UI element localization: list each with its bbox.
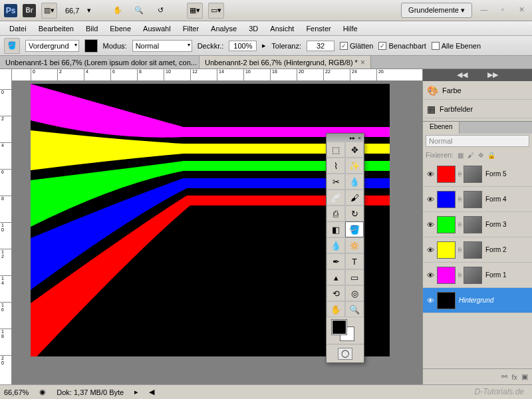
color-picker[interactable] xyxy=(327,317,364,344)
zoom-tool-button[interactable]: 🔍 xyxy=(131,3,147,19)
tolerance-input[interactable] xyxy=(307,41,334,51)
vector-mask-thumbnail[interactable] xyxy=(464,241,482,259)
screen-mode-button[interactable]: ▭▾ xyxy=(208,3,224,19)
status-sync-icon[interactable]: ◉ xyxy=(39,388,46,396)
panel-dock-header[interactable]: ◀◀ ▶▶ xyxy=(423,69,532,81)
layer-thumbnail[interactable] xyxy=(437,241,456,259)
layer-name[interactable]: Hintergrund xyxy=(456,297,493,304)
opacity-input[interactable] xyxy=(229,41,257,51)
zoom-tool[interactable]: 🔍 xyxy=(345,301,364,317)
blur-tool[interactable]: 💧 xyxy=(327,237,345,253)
marquee-tool[interactable]: ⬚ xyxy=(327,142,345,158)
layer-style-icon[interactable]: fx xyxy=(511,373,517,381)
workspace-dropdown[interactable]: Grundelemente ▾ xyxy=(401,3,472,18)
hand-tool-button[interactable]: ✋ xyxy=(110,3,126,19)
menu-hilfe[interactable]: Hilfe xyxy=(338,23,363,35)
fill-color-swatch[interactable] xyxy=(84,39,98,53)
menu-analyse[interactable]: Analyse xyxy=(205,23,242,35)
visibility-toggle[interactable]: 👁 xyxy=(424,271,436,279)
link-icon[interactable]: ⎘ xyxy=(456,171,463,178)
maximize-button[interactable]: ▫ xyxy=(496,5,509,16)
document-tab-1[interactable]: Unbenannt-1 bei 66,7% (Lorem ipsum dolor… xyxy=(0,56,200,68)
menu-auswahl[interactable]: Auswahl xyxy=(138,23,176,35)
tools-panel[interactable]: ▸▸ × ⬚ ✥ ⌇ ✨ ✂ 💧 🩹 🖌 ⎙ ↻ ◧ 🪣 💧 🔅 ✒ T ▴ ▭… xyxy=(326,133,364,363)
layer-list[interactable]: 👁 ⎘ Form 5 👁 ⎘ Form 4 👁 ⎘ xyxy=(423,162,532,368)
layer-thumbnail[interactable] xyxy=(437,216,456,233)
vector-mask-thumbnail[interactable] xyxy=(464,216,482,233)
link-layers-icon[interactable]: ⚯ xyxy=(501,372,507,381)
fill-source-dropdown[interactable]: Vordergrund xyxy=(25,40,79,52)
layer-thumbnail[interactable] xyxy=(437,191,456,208)
bridge-icon[interactable]: Br xyxy=(23,4,36,17)
layer-name[interactable]: Form 1 xyxy=(483,271,507,279)
lasso-tool[interactable]: ⌇ xyxy=(327,158,345,174)
layer-row[interactable]: 👁 ⎘ Form 5 xyxy=(423,162,532,187)
arrange-documents-button[interactable]: ▦▾ xyxy=(187,3,203,19)
layer-row-background[interactable]: 👁 Hintergrund xyxy=(423,288,532,313)
3d-orbit-tool[interactable]: ◎ xyxy=(345,285,364,301)
brush-tool[interactable]: 🖌 xyxy=(345,190,364,205)
color-panel-tab[interactable]: 🎨 Farbe xyxy=(423,81,532,100)
collapse-right-icon[interactable]: ▶▶ xyxy=(487,70,498,81)
dodge-tool[interactable]: 🔅 xyxy=(345,237,364,253)
layer-row[interactable]: 👁 ⎘ Form 1 xyxy=(423,263,532,288)
layer-thumbnail[interactable] xyxy=(437,292,456,309)
layer-name[interactable]: Form 4 xyxy=(483,196,507,203)
view-extras-button[interactable]: ▥▾ xyxy=(41,3,57,19)
minimize-button[interactable]: — xyxy=(477,5,491,16)
magic-wand-tool[interactable]: ✨ xyxy=(345,158,364,174)
layer-row[interactable]: 👁 ⎘ Form 3 xyxy=(423,212,532,237)
toolbox-header[interactable]: ▸▸ × xyxy=(327,134,364,142)
eraser-tool[interactable]: ◧ xyxy=(327,221,345,237)
vector-mask-thumbnail[interactable] xyxy=(464,166,482,183)
lock-all-icon[interactable]: 🔒 xyxy=(487,152,495,159)
contiguous-checkbox[interactable]: ✓Benachbart xyxy=(378,42,426,50)
layer-row[interactable]: 👁 ⎘ Form 4 xyxy=(423,187,532,212)
lock-pixels-icon[interactable]: 🖌 xyxy=(467,152,474,159)
foreground-color[interactable] xyxy=(332,320,346,334)
link-icon[interactable]: ⎘ xyxy=(456,196,463,203)
close-window-button[interactable]: ✕ xyxy=(515,5,528,16)
vector-mask-thumbnail[interactable] xyxy=(464,191,482,208)
paint-bucket-tool-icon[interactable]: 🪣 xyxy=(4,38,20,54)
type-tool[interactable]: T xyxy=(345,253,364,269)
photoshop-icon[interactable]: Ps xyxy=(4,4,17,17)
all-layers-checkbox[interactable]: Alle Ebenen xyxy=(432,42,481,50)
clone-stamp-tool[interactable]: ⎙ xyxy=(327,205,345,221)
menu-bild[interactable]: Bild xyxy=(80,23,103,35)
layer-name[interactable]: Form 5 xyxy=(483,170,507,178)
link-icon[interactable]: ⎘ xyxy=(456,247,463,253)
status-doc-size[interactable]: Dok: 1,37 MB/0 Byte xyxy=(57,388,124,396)
history-brush-tool[interactable]: ↻ xyxy=(345,205,364,221)
layer-thumbnail[interactable] xyxy=(437,267,456,284)
rotate-view-button[interactable]: ↺ xyxy=(152,3,168,19)
menu-bearbeiten[interactable]: Bearbeiten xyxy=(33,23,79,35)
path-selection-tool[interactable]: ▴ xyxy=(327,269,345,285)
collapse-icon[interactable]: ▸▸ xyxy=(348,135,356,141)
menu-datei[interactable]: Datei xyxy=(4,23,32,35)
paint-bucket-tool[interactable]: 🪣 xyxy=(345,221,364,237)
menu-ebene[interactable]: Ebene xyxy=(104,23,136,35)
hand-tool[interactable]: ✋ xyxy=(327,301,345,317)
visibility-toggle[interactable]: 👁 xyxy=(424,297,436,305)
menu-fenster[interactable]: Fenster xyxy=(301,23,336,35)
menu-filter[interactable]: Filter xyxy=(178,23,204,35)
layer-mask-icon[interactable]: ▣ xyxy=(521,372,528,381)
layers-tab[interactable]: Ebenen xyxy=(423,122,460,134)
menu-3d[interactable]: 3D xyxy=(243,23,263,35)
3d-rotate-tool[interactable]: ⟲ xyxy=(327,285,345,301)
visibility-toggle[interactable]: 👁 xyxy=(424,196,436,203)
opacity-flyout-icon[interactable]: ▸ xyxy=(262,41,266,50)
status-flyout-icon[interactable]: ▸ xyxy=(134,388,138,396)
zoom-dropdown-icon[interactable]: ▾ xyxy=(87,6,91,15)
document-tab-2[interactable]: Unbenannt-2 bei 66,7% (Hintergrund, RGB/… xyxy=(200,56,371,68)
pen-tool[interactable]: ✒ xyxy=(327,253,345,269)
shape-tool[interactable]: ▭ xyxy=(345,269,364,285)
crop-tool[interactable]: ✂ xyxy=(327,174,345,190)
visibility-toggle[interactable]: 👁 xyxy=(424,221,436,229)
layer-name[interactable]: Form 2 xyxy=(483,246,507,253)
visibility-toggle[interactable]: 👁 xyxy=(424,170,436,178)
antialias-checkbox[interactable]: ✓Glätten xyxy=(340,42,373,50)
layer-thumbnail[interactable] xyxy=(437,166,456,183)
healing-brush-tool[interactable]: 🩹 xyxy=(327,190,345,205)
